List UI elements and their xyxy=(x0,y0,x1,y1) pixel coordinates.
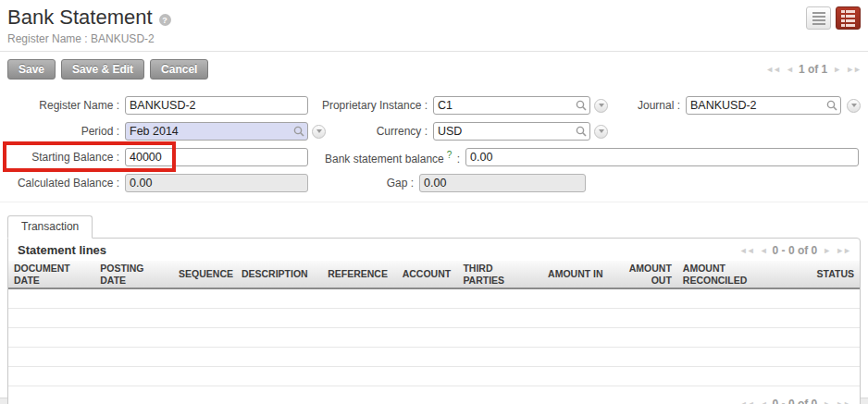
form-row-2: Period : Currency : xyxy=(7,122,861,141)
chevron-down-icon xyxy=(599,104,604,107)
journal-field[interactable] xyxy=(686,96,841,115)
statement-lines-title: Statement lines xyxy=(18,243,106,257)
list-view-icon xyxy=(812,12,825,25)
pager-first-icon[interactable]: ◄◄ xyxy=(739,399,754,404)
proprietary-instance-label: Proprietary Instance : xyxy=(308,99,433,112)
pager-last-icon[interactable]: ►► xyxy=(836,399,850,404)
statement-table-header-row: DOCUMENT DATEPOSTING DATESEQUENCEDESCRIP… xyxy=(8,261,860,288)
tab-bar: Transaction xyxy=(0,202,868,238)
form-area: Register Name : Proprietary Instance : J… xyxy=(0,85,868,202)
pager-next-icon[interactable]: ► xyxy=(823,399,830,404)
column-header[interactable]: THIRD PARTIES xyxy=(457,261,539,288)
pager-last-icon[interactable]: ►► xyxy=(836,246,850,255)
currency-label: Currency : xyxy=(326,125,433,138)
calculated-balance-label: Calculated Balance : xyxy=(7,177,125,190)
bank-statement-page: Bank Statement? Register Name : BANKUSD-… xyxy=(0,0,868,404)
table-row xyxy=(8,288,860,308)
pager-first-icon[interactable]: ◄◄ xyxy=(765,65,780,74)
currency-dropdown-button[interactable] xyxy=(594,125,608,139)
pager-text: 0 - 0 of 0 xyxy=(773,398,818,404)
pager-last-icon[interactable]: ►► xyxy=(846,65,861,74)
column-header[interactable]: POSTING DATE xyxy=(94,261,173,288)
calculated-balance-field xyxy=(125,174,308,192)
column-header[interactable]: AMOUNT OUT xyxy=(609,261,677,288)
table-row xyxy=(8,308,860,327)
column-header[interactable]: DESCRIPTION xyxy=(236,261,322,288)
column-header[interactable]: SEQUENCE xyxy=(173,261,236,288)
column-header[interactable]: ACCOUNT xyxy=(397,261,458,288)
column-header[interactable]: AMOUNT RECONCILED xyxy=(677,261,783,288)
save-button[interactable]: Save xyxy=(7,59,56,80)
tab-transaction[interactable]: Transaction xyxy=(7,215,93,239)
title-help-icon: ? xyxy=(159,14,171,26)
period-label: Period : xyxy=(7,125,125,138)
column-header[interactable]: DOCUMENT DATE xyxy=(8,261,94,288)
list-view-button[interactable] xyxy=(806,6,831,30)
statement-lines-panel: Statement lines ◄◄ ◄ 0 - 0 of 0 ► ►► DOC… xyxy=(7,238,861,404)
statement-table-body xyxy=(8,288,860,386)
column-header[interactable]: AMOUNT IN xyxy=(539,261,608,288)
page-header: Bank Statement? Register Name : BANKUSD-… xyxy=(0,0,868,51)
form-view-icon xyxy=(841,10,855,27)
chevron-down-icon xyxy=(851,104,857,107)
proprietary-instance-field[interactable] xyxy=(433,96,590,115)
pager-next-icon[interactable]: ► xyxy=(823,246,830,255)
table-row xyxy=(8,347,860,366)
journal-dropdown-button[interactable] xyxy=(847,99,861,113)
pager-prev-icon[interactable]: ◄ xyxy=(760,246,767,255)
save-edit-button[interactable]: Save & Edit xyxy=(61,59,144,80)
form-row-1: Register Name : Proprietary Instance : J… xyxy=(7,96,861,115)
bank-statement-balance-label: Bank statement balance? : xyxy=(308,150,465,165)
column-header[interactable]: REFERENCE xyxy=(322,261,397,288)
form-row-3: Starting Balance : Bank statement balanc… xyxy=(7,148,861,166)
period-field[interactable] xyxy=(125,122,308,141)
register-name-label: Register Name : xyxy=(7,99,125,112)
statement-lines-pager-bottom: ◄◄ ◄ 0 - 0 of 0 ► ►► xyxy=(739,398,850,404)
statement-lines-pager-top: ◄◄ ◄ 0 - 0 of 0 ► ►► xyxy=(739,244,850,257)
page-title: Bank Statement xyxy=(7,6,153,30)
pager-prev-icon[interactable]: ◄ xyxy=(786,65,793,74)
statement-lines-footer: ◄◄ ◄ 0 - 0 of 0 ► ►► xyxy=(8,393,860,404)
pager-next-icon[interactable]: ► xyxy=(833,65,840,74)
column-header[interactable]: STATUS xyxy=(783,261,860,288)
main-content: Bank Statement? Register Name : BANKUSD-… xyxy=(0,0,868,398)
statement-lines-table: DOCUMENT DATEPOSTING DATESEQUENCEDESCRIP… xyxy=(8,261,860,386)
breadcrumb-subtitle: Register Name : BANKUSD-2 xyxy=(7,32,806,45)
statement-lines-header: Statement lines ◄◄ ◄ 0 - 0 of 0 ► ►► xyxy=(8,239,860,261)
form-row-4: Calculated Balance : Gap : xyxy=(7,174,861,192)
journal-label: Journal : xyxy=(608,99,686,112)
form-view-button[interactable] xyxy=(836,6,861,30)
pager-first-icon[interactable]: ◄◄ xyxy=(739,246,754,255)
pager-text: 1 of 1 xyxy=(799,63,827,76)
starting-balance-label: Starting Balance : xyxy=(7,151,125,164)
table-row xyxy=(8,327,860,347)
view-toggles xyxy=(806,4,861,30)
starting-balance-field[interactable] xyxy=(125,148,308,166)
chevron-down-icon xyxy=(599,129,604,133)
period-dropdown-button[interactable] xyxy=(312,125,326,139)
field-help-icon: ? xyxy=(447,150,453,160)
cancel-button[interactable]: Cancel xyxy=(150,59,208,80)
record-pager: ◄◄ ◄ 1 of 1 ► ►► xyxy=(765,63,861,76)
chevron-down-icon xyxy=(316,129,322,133)
pager-prev-icon[interactable]: ◄ xyxy=(760,399,767,404)
bank-statement-balance-field[interactable] xyxy=(465,148,859,166)
toolbar: Save Save & Edit Cancel ◄◄ ◄ 1 of 1 ► ►► xyxy=(0,52,868,85)
proprietary-instance-dropdown-button[interactable] xyxy=(594,99,608,113)
gap-field xyxy=(419,174,586,192)
pager-text: 0 - 0 of 0 xyxy=(773,244,818,257)
gap-label: Gap : xyxy=(308,177,419,190)
table-row xyxy=(8,366,860,386)
register-name-field[interactable] xyxy=(125,96,308,115)
currency-field[interactable] xyxy=(433,122,590,141)
